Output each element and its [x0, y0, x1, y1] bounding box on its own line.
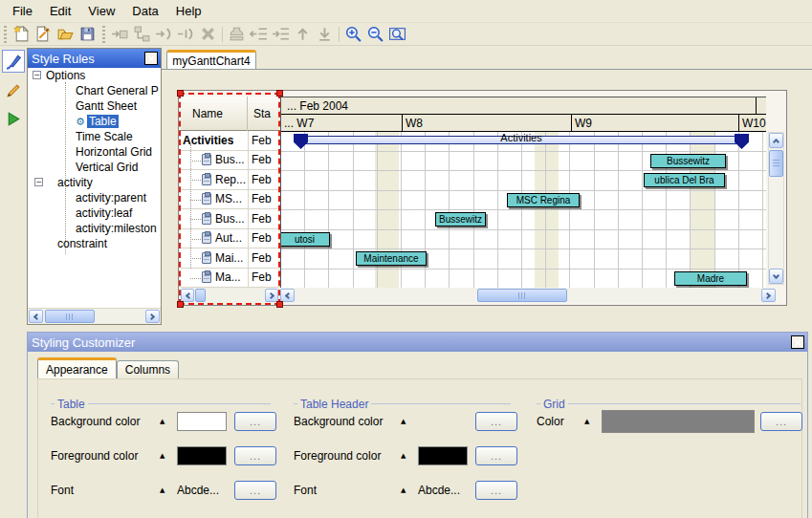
- style-wizard-icon[interactable]: [33, 24, 55, 45]
- tree-item-chart-general-p[interactable]: Chart General P: [28, 83, 161, 98]
- gantt-hscrollbar[interactable]: [280, 288, 776, 303]
- tree-item-vertical-grid[interactable]: Vertical Grid: [28, 160, 161, 175]
- selection-handle[interactable]: [276, 301, 283, 308]
- tree-item-gantt-sheet[interactable]: Gantt Sheet: [28, 98, 161, 114]
- tab-myganttchart4[interactable]: myGanttChart4: [166, 50, 256, 70]
- cell-start: Feb: [248, 190, 278, 209]
- menu-data[interactable]: Data: [123, 1, 166, 21]
- group-grid: GridColor▲...: [537, 403, 801, 439]
- zoom-fit-icon[interactable]: [386, 24, 408, 45]
- property-label: Color: [537, 415, 584, 428]
- activity-bar-maintenance[interactable]: Maintenance: [356, 251, 427, 266]
- scroll-thumb[interactable]: [45, 310, 95, 323]
- activity-bar-utosi[interactable]: utosi: [280, 232, 330, 247]
- menu-edit[interactable]: Edit: [41, 1, 79, 21]
- table-row-ma[interactable]: Ma...Feb: [181, 269, 278, 289]
- menu-file[interactable]: File: [4, 1, 41, 21]
- open-icon[interactable]: [55, 24, 77, 45]
- timescale-week-row[interactable]: ... W7W8W9W10: [281, 115, 766, 132]
- tree-item-options[interactable]: −Options: [28, 68, 161, 83]
- table-row-rep[interactable]: Rep...Feb: [181, 170, 278, 190]
- tree-expander-icon[interactable]: −: [34, 178, 43, 186]
- table-row-activities[interactable]: ActivitiesFeb: [181, 131, 278, 151]
- menu-help[interactable]: Help: [167, 1, 210, 21]
- tree-item-table[interactable]: ⚙Table: [28, 114, 161, 129]
- scroll-right-button[interactable]: [761, 289, 776, 302]
- table-row-bus[interactable]: Bus...Feb: [181, 151, 278, 171]
- scroll-down-button[interactable]: [769, 269, 783, 284]
- zoom-out-icon[interactable]: [364, 24, 386, 45]
- activity-bar-msc-regina[interactable]: MSC Regina: [507, 193, 580, 207]
- table-header-font-ellipsis-button[interactable]: ...: [475, 481, 517, 500]
- scroll-thumb[interactable]: [477, 289, 567, 302]
- table-font-row: Font▲Abcde......: [51, 473, 271, 507]
- table-row-mai[interactable]: Mai...Feb: [181, 248, 278, 269]
- gantt-table[interactable]: Name Sta ActivitiesFebBus...FebRep...Feb…: [181, 97, 278, 288]
- scroll-up-button[interactable]: [769, 133, 783, 148]
- activity-icon: [202, 193, 211, 205]
- tree-line: [190, 258, 201, 259]
- table-font-ellipsis-button[interactable]: ...: [234, 481, 276, 500]
- tree-item-activity[interactable]: −activity: [28, 175, 161, 190]
- table-row-aut[interactable]: Aut...Feb: [181, 229, 278, 249]
- close-icon[interactable]: ×: [791, 335, 804, 349]
- tree-line: [190, 219, 201, 220]
- tree-item-activity-leaf[interactable]: activity:leaf: [28, 205, 161, 221]
- tree-item-activity-parent[interactable]: activity:parent: [28, 190, 161, 205]
- tree-expander-icon[interactable]: −: [33, 71, 41, 79]
- menu-view[interactable]: View: [79, 1, 123, 21]
- property-label: Background color: [294, 415, 401, 428]
- activity-bar-bussewitz[interactable]: Bussewitz: [435, 212, 486, 227]
- cell-name: Rep...: [215, 173, 246, 186]
- cell-start: Feb: [248, 170, 278, 189]
- scroll-left-button[interactable]: [29, 310, 43, 323]
- side-toolbar: [0, 46, 27, 323]
- tree-item-time-scale[interactable]: Time Scale: [28, 129, 161, 144]
- save-icon[interactable]: [77, 24, 99, 45]
- table-header-background-color-ellipsis-button[interactable]: ...: [475, 412, 517, 431]
- table-header-foreground-color-ellipsis-button[interactable]: ...: [475, 446, 517, 465]
- grid-color-ellipsis-button[interactable]: ...: [760, 412, 802, 431]
- timescale-month-row[interactable]: ... Feb 2004: [281, 97, 766, 115]
- activity-bar-bussewitz[interactable]: Bussewitz: [650, 154, 726, 168]
- scroll-right-button[interactable]: [145, 310, 160, 323]
- table-row-ms[interactable]: MS...Feb: [181, 190, 278, 210]
- gantt-vscrollbar[interactable]: [768, 132, 784, 285]
- selection-handle[interactable]: [177, 301, 184, 308]
- scroll-thumb[interactable]: [769, 150, 783, 177]
- tree-item-horizontal-grid[interactable]: Horizontal Grid: [28, 144, 161, 160]
- column-header-name[interactable]: Name: [181, 97, 248, 131]
- activity-bar-madre[interactable]: Madre: [674, 271, 747, 286]
- property-value-cell: [602, 410, 760, 433]
- tree-item-label: activity:parent: [76, 191, 146, 205]
- selection-handle[interactable]: [177, 90, 184, 97]
- activity-bar-ublica-del-bra[interactable]: ublica Del Bra: [644, 173, 725, 187]
- run-icon[interactable]: [2, 107, 25, 130]
- column-header-start[interactable]: Sta: [248, 97, 278, 131]
- scroll-thumb[interactable]: [195, 289, 206, 302]
- edit-pencil-icon[interactable]: [2, 78, 25, 101]
- activity-icon: [202, 174, 211, 185]
- week-label-w10: W10: [738, 115, 766, 131]
- table-hscrollbar[interactable]: [181, 288, 278, 303]
- tree-item-label: Horizontal Grid: [76, 145, 152, 159]
- style-rules-hscrollbar[interactable]: [28, 308, 161, 324]
- table-background-color-ellipsis-button[interactable]: ...: [234, 412, 276, 431]
- table-row-bus[interactable]: Bus...Feb: [181, 209, 278, 229]
- table-foreground-color-ellipsis-button[interactable]: ...: [234, 446, 276, 465]
- style-brush-icon[interactable]: [2, 50, 25, 73]
- gantt-sheet-body[interactable]: ActivitiesBussewitzublica Del BraMSC Reg…: [281, 132, 766, 288]
- new-document-icon[interactable]: [11, 24, 33, 45]
- tab-appearance[interactable]: Appearance: [37, 357, 117, 378]
- tab-columns[interactable]: Columns: [117, 360, 179, 378]
- scroll-left-button[interactable]: [181, 289, 194, 302]
- zoom-in-icon[interactable]: [342, 24, 364, 45]
- tree-item-constraint[interactable]: constraint: [28, 236, 161, 251]
- selection-handle[interactable]: [276, 90, 283, 97]
- tab-label: myGanttChart4: [172, 54, 250, 68]
- close-icon[interactable]: ×: [144, 52, 158, 65]
- tree-item-activity-mileston[interactable]: activity:mileston: [28, 221, 161, 236]
- scroll-left-button[interactable]: [280, 289, 295, 302]
- gantt-sheet[interactable]: ... Feb 2004 ... W7W8W9W10 ActivitiesBus…: [280, 97, 766, 288]
- scroll-right-button[interactable]: [265, 289, 278, 302]
